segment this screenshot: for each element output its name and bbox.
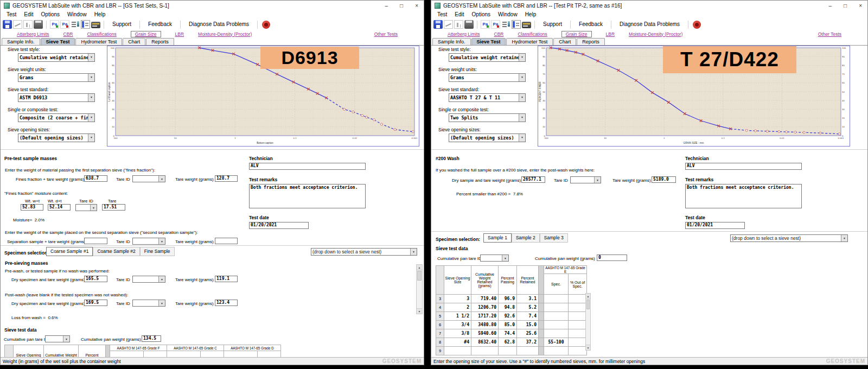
cumulative-pan-tare-dropdown[interactable]: ▼ (45, 335, 70, 342)
menu-item-help[interactable]: Help (521, 11, 540, 17)
tab-hydrometer-test[interactable]: Hydrometer Test (506, 38, 553, 45)
tab-sieve-test[interactable]: Sieve Test (41, 38, 75, 45)
nav-link-cbr[interactable]: CBR (63, 31, 73, 37)
technician-input[interactable]: ALV (249, 163, 366, 170)
minimize-button[interactable]: – (829, 3, 832, 9)
nav-link-lbr[interactable]: LBR (606, 31, 615, 37)
sieve-nest-dropdown[interactable]: (drop down to select a sieve nest)▼ (311, 248, 417, 256)
maximize-button[interactable]: □ (400, 3, 403, 9)
bar-chart-icon[interactable] (454, 20, 463, 29)
nav-link-cbr[interactable]: CBR (494, 31, 504, 37)
table-cell[interactable]: 85.0 (499, 321, 517, 329)
table-cell[interactable]: 25.6 (517, 329, 539, 338)
single-or-composite-test-dropdown[interactable]: Composite (2 coarse + fines)▼ (18, 113, 95, 122)
tare-weight-input[interactable] (215, 238, 238, 244)
table-cell[interactable]: 94.8 (499, 303, 517, 312)
nav-link-classifications[interactable]: Classifications (518, 31, 547, 37)
test-date-input[interactable]: 01/20/2021 (685, 222, 745, 229)
feedback-button[interactable]: Feedback (143, 19, 177, 30)
table-cell[interactable]: 1 1/2 (444, 312, 471, 321)
single-or-composite-test-dropdown[interactable]: Two Splits▼ (449, 113, 526, 122)
moisture-tare-id-dropdown[interactable]: ▼ (75, 204, 97, 211)
close-button[interactable]: × (415, 3, 418, 9)
specimen-tab-sample-2[interactable]: Sample 2 (512, 233, 540, 243)
line-chart-icon[interactable] (13, 20, 22, 29)
sieve-weight-units-dropdown[interactable]: Grams▼ (18, 73, 95, 82)
tab-hydrometer-test[interactable]: Hydrometer Test (75, 38, 122, 45)
moisture-tare-input[interactable]: 17.51 (102, 204, 125, 211)
diagnose-data-problems-button[interactable]: Diagnose Data Problems (614, 19, 685, 30)
save-icon[interactable] (433, 20, 443, 29)
tab-reports[interactable]: Reports (146, 38, 174, 45)
table-cell[interactable]: 8632.40 (471, 338, 499, 347)
archive-icon[interactable] (522, 22, 531, 28)
nav-link-grain-size[interactable]: Grain Size (561, 31, 592, 37)
table-cell[interactable] (517, 347, 539, 355)
table-cell[interactable] (569, 347, 587, 355)
table-cell[interactable]: 3/4 (444, 321, 471, 329)
form-view-icon[interactable] (512, 20, 521, 29)
table-cell[interactable] (569, 295, 587, 303)
sieve-test-standard-dropdown[interactable]: AASHTO T 27 & T 11▼ (449, 93, 526, 102)
save-icon[interactable] (3, 20, 12, 29)
tare-id-dropdown[interactable]: ▼ (132, 300, 165, 307)
table-cell[interactable]: 1717.20 (471, 312, 499, 321)
sieve-opening-sizes-dropdown[interactable]: (Default opening sizes)▼ (449, 133, 526, 142)
nav-link-other-tests[interactable]: Other Tests (374, 31, 398, 37)
table-cell[interactable]: 2 (444, 303, 471, 312)
separation-sample-input[interactable] (84, 238, 107, 244)
fines-fraction-input[interactable]: 638.7 (84, 175, 107, 182)
report-page-alt-icon[interactable]: Pa (491, 20, 500, 29)
table-cell[interactable] (499, 347, 517, 355)
menu-item-window[interactable]: Window (63, 11, 91, 17)
menu-item-window[interactable]: Window (494, 11, 521, 17)
scroll-down-icon[interactable]: ▼ (586, 345, 590, 350)
dry-sample-input[interactable]: 26577.1 (521, 176, 545, 183)
report-page-icon[interactable]: Pa (481, 20, 490, 29)
nav-link-atterberg-limits[interactable]: Atterberg Limits (17, 31, 49, 37)
close-button[interactable]: × (859, 3, 862, 9)
scroll-up-icon[interactable]: ▲ (586, 294, 590, 299)
test-remarks-textarea[interactable]: Both fractions meet acceptance criterion… (685, 184, 802, 208)
form-view-icon[interactable] (81, 20, 90, 29)
table-cell[interactable]: 96.9 (499, 295, 517, 303)
nav-link-classifications[interactable]: Classifications (87, 31, 116, 37)
print-icon[interactable] (464, 20, 474, 29)
sieve-test-style-dropdown[interactable]: Cumulative weight retained▼ (449, 53, 526, 62)
table-cell[interactable]: 719.40 (471, 295, 499, 303)
menu-item-options[interactable]: Options (468, 11, 494, 17)
scroll-up-icon[interactable]: ▲ (417, 265, 422, 270)
table-cell[interactable] (444, 347, 471, 355)
menu-item-help[interactable]: Help (91, 11, 110, 17)
table-cell[interactable]: 7.4 (517, 312, 539, 321)
table-cell[interactable]: #4 (444, 338, 471, 347)
tab-sample-info[interactable]: Sample Info. (2, 38, 40, 45)
specimen-tab-coarse-sample-1[interactable]: Coarse Sample #1 (46, 247, 93, 256)
table-cell[interactable] (471, 347, 499, 355)
nav-link-grain-size[interactable]: Grain Size (131, 31, 161, 37)
scrollbar[interactable]: ▲ ▼ (416, 264, 423, 314)
record-problem-icon[interactable] (262, 21, 270, 29)
nav-link-moisture-density-proctor[interactable]: Moisture-Density (Proctor) (198, 31, 252, 37)
feedback-button[interactable]: Feedback (573, 19, 608, 30)
table-cell[interactable]: 55-100 (544, 338, 569, 347)
minimize-button[interactable]: – (385, 3, 388, 9)
table-cell[interactable]: 3/8 (444, 329, 471, 338)
table-cell[interactable]: 62.8 (499, 338, 517, 347)
tare-id-dropdown[interactable]: ▼ (132, 276, 165, 283)
nav-link-atterberg-limits[interactable]: Atterberg Limits (448, 31, 480, 37)
menu-item-options[interactable]: Options (37, 11, 63, 17)
scrollbar-thumb[interactable] (417, 271, 422, 281)
maximize-button[interactable]: □ (844, 3, 847, 9)
bar-chart-icon[interactable] (23, 20, 33, 29)
table-cell[interactable] (544, 347, 569, 355)
table-cell[interactable]: 74.4 (499, 329, 517, 338)
menu-item-test[interactable]: Test (433, 11, 451, 17)
tare-weight-input[interactable]: 5189.0 (652, 176, 676, 183)
tare-id-dropdown[interactable]: ▼ (570, 176, 601, 183)
technician-input[interactable]: ALV (685, 163, 802, 170)
sieve-test-standard-dropdown[interactable]: ASTM D6913▼ (18, 93, 95, 102)
table-cell[interactable] (569, 321, 587, 329)
table-cell[interactable]: 5940.60 (471, 329, 499, 338)
table-cell[interactable]: 15.0 (517, 321, 539, 329)
